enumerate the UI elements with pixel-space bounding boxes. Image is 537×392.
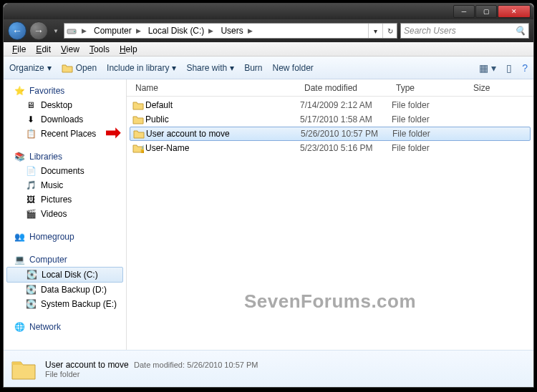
search-icon: 🔍 bbox=[515, 26, 526, 36]
details-modified-label: Date modified: bbox=[134, 361, 185, 369]
folder-icon bbox=[131, 100, 145, 110]
sidebar-documents[interactable]: 📄Documents bbox=[4, 164, 126, 178]
organize-button[interactable]: Organize ▾ bbox=[9, 63, 52, 73]
help-button[interactable]: ? bbox=[522, 62, 528, 74]
sidebar-computer[interactable]: 💻Computer bbox=[4, 253, 126, 267]
close-button[interactable]: ✕ bbox=[498, 5, 531, 18]
drive-icon: 💽 bbox=[25, 298, 37, 310]
sidebar-desktop[interactable]: 🖥Desktop bbox=[4, 98, 126, 112]
sidebar-libraries[interactable]: 📚Libraries bbox=[4, 150, 126, 164]
menu-bar: File Edit View Tools Help bbox=[4, 42, 533, 57]
new-folder-button[interactable]: New folder bbox=[273, 63, 314, 73]
music-icon: 🎵 bbox=[25, 180, 37, 191]
back-button[interactable]: ← bbox=[8, 21, 26, 40]
sidebar-pictures[interactable]: 🖼Pictures bbox=[4, 192, 126, 207]
folder-icon bbox=[131, 114, 145, 124]
nav-history-dropdown[interactable]: ▼ bbox=[51, 24, 61, 37]
navigation-pane: ⭐Favorites 🖥Desktop ⬇Downloads 📋Recent P… bbox=[4, 79, 127, 350]
sidebar-recent-places[interactable]: 📋Recent Places bbox=[4, 127, 126, 141]
chevron-right-icon[interactable]: ▶ bbox=[245, 27, 256, 34]
pictures-icon: 🖼 bbox=[25, 194, 37, 205]
file-type: File folder bbox=[392, 100, 469, 110]
file-name: User account to move bbox=[146, 129, 301, 139]
sidebar-downloads[interactable]: ⬇Downloads bbox=[4, 112, 126, 127]
search-box[interactable]: Search Users 🔍 bbox=[400, 23, 529, 39]
titlebar: ─ ▢ ✕ bbox=[4, 4, 533, 19]
command-bar: Organize ▾ Open Include in library ▾ Sha… bbox=[4, 57, 533, 79]
sidebar-videos[interactable]: 🎬Videos bbox=[4, 207, 126, 221]
file-row[interactable]: 🔒User-Name5/23/2010 5:16 PMFile folder bbox=[127, 141, 533, 155]
chevron-right-icon[interactable]: ▶ bbox=[79, 27, 90, 34]
svg-text:🔒: 🔒 bbox=[139, 144, 144, 153]
file-date: 5/26/2010 10:57 PM bbox=[301, 129, 392, 139]
open-button[interactable]: Open bbox=[62, 63, 97, 73]
sidebar-favorites[interactable]: ⭐Favorites bbox=[4, 84, 126, 98]
column-date[interactable]: Date modified bbox=[300, 83, 392, 93]
minimize-button[interactable]: ─ bbox=[453, 5, 475, 18]
file-type: File folder bbox=[392, 114, 469, 124]
sidebar-network[interactable]: 🌐Network bbox=[4, 320, 126, 334]
homegroup-icon: 👥 bbox=[14, 231, 25, 242]
forward-button[interactable]: → bbox=[29, 21, 48, 40]
file-date: 5/17/2010 1:58 AM bbox=[300, 114, 392, 124]
file-date: 5/23/2010 5:16 PM bbox=[300, 143, 392, 153]
file-name: Default bbox=[145, 100, 300, 110]
sidebar-local-disk-c[interactable]: 💽Local Disk (C:) bbox=[6, 267, 123, 283]
chevron-right-icon[interactable]: ▶ bbox=[205, 27, 216, 34]
details-modified-value: 5/26/2010 10:57 PM bbox=[187, 361, 258, 369]
file-type: File folder bbox=[392, 129, 470, 139]
computer-icon: 💻 bbox=[14, 254, 25, 265]
drive-icon: 💽 bbox=[26, 269, 37, 280]
file-name: User-Name bbox=[145, 143, 300, 153]
menu-help[interactable]: Help bbox=[115, 43, 142, 56]
view-options-button[interactable]: ▦ ▾ bbox=[479, 62, 496, 74]
share-with-button[interactable]: Share with ▾ bbox=[186, 63, 234, 73]
refresh-button[interactable]: ↻ bbox=[382, 24, 397, 38]
desktop-icon: 🖥 bbox=[25, 99, 37, 111]
chevron-right-icon[interactable]: ▶ bbox=[133, 27, 144, 34]
file-row[interactable]: User account to move5/26/2010 10:57 PMFi… bbox=[130, 127, 531, 141]
videos-icon: 🎬 bbox=[25, 208, 37, 220]
maximize-button[interactable]: ▢ bbox=[475, 5, 497, 18]
file-row[interactable]: Public5/17/2010 1:58 AMFile folder bbox=[127, 112, 533, 127]
column-headers: Name Date modified Type Size bbox=[127, 79, 533, 97]
menu-edit[interactable]: Edit bbox=[32, 43, 55, 56]
menu-tools[interactable]: Tools bbox=[85, 43, 114, 56]
details-pane: User account to move Date modified: 5/26… bbox=[4, 350, 533, 387]
breadcrumb-drive[interactable]: Local Disk (C:) bbox=[144, 24, 206, 38]
navigation-bar: ← → ▼ ▶ Computer ▶ Local Disk (C:) ▶ Use… bbox=[4, 19, 533, 42]
column-name[interactable]: Name bbox=[131, 83, 300, 93]
sidebar-data-backup[interactable]: 💽Data Backup (D:) bbox=[4, 283, 126, 297]
file-date: 7/14/2009 2:12 AM bbox=[300, 100, 392, 110]
address-bar[interactable]: ▶ Computer ▶ Local Disk (C:) ▶ Users ▶ ▾… bbox=[64, 23, 397, 39]
svg-point-1 bbox=[74, 31, 75, 32]
drive-icon: 💽 bbox=[25, 284, 37, 295]
column-type[interactable]: Type bbox=[392, 83, 469, 93]
breadcrumb-computer[interactable]: Computer bbox=[90, 24, 133, 38]
menu-file[interactable]: File bbox=[8, 43, 30, 56]
documents-icon: 📄 bbox=[25, 165, 37, 177]
details-name: User account to move bbox=[45, 360, 129, 370]
file-name: Public bbox=[145, 114, 300, 124]
file-row[interactable]: Default7/14/2009 2:12 AMFile folder bbox=[127, 98, 533, 112]
folder-icon bbox=[9, 355, 38, 383]
sidebar-music[interactable]: 🎵Music bbox=[4, 178, 126, 192]
preview-pane-button[interactable]: ▯ bbox=[506, 62, 512, 74]
breadcrumb-folder[interactable]: Users bbox=[216, 24, 244, 38]
menu-view[interactable]: View bbox=[57, 43, 84, 56]
details-type: File folder bbox=[45, 370, 258, 378]
search-placeholder: Search Users bbox=[404, 26, 515, 36]
libraries-icon: 📚 bbox=[14, 151, 25, 162]
star-icon: ⭐ bbox=[14, 85, 25, 97]
sidebar-system-backup[interactable]: 💽System Backup (E:) bbox=[4, 297, 126, 311]
file-list: Name Date modified Type Size ➡ Default7/… bbox=[127, 79, 533, 350]
explorer-window: ─ ▢ ✕ ← → ▼ ▶ Computer ▶ Local Disk (C:)… bbox=[3, 3, 534, 388]
column-size[interactable]: Size bbox=[469, 83, 533, 93]
include-library-button[interactable]: Include in library ▾ bbox=[107, 63, 176, 73]
file-type: File folder bbox=[392, 143, 469, 153]
burn-button[interactable]: Burn bbox=[244, 63, 262, 73]
network-icon: 🌐 bbox=[14, 321, 25, 333]
address-dropdown[interactable]: ▾ bbox=[368, 24, 382, 38]
sidebar-homegroup[interactable]: 👥Homegroup bbox=[4, 230, 126, 244]
downloads-icon: ⬇ bbox=[25, 114, 37, 125]
